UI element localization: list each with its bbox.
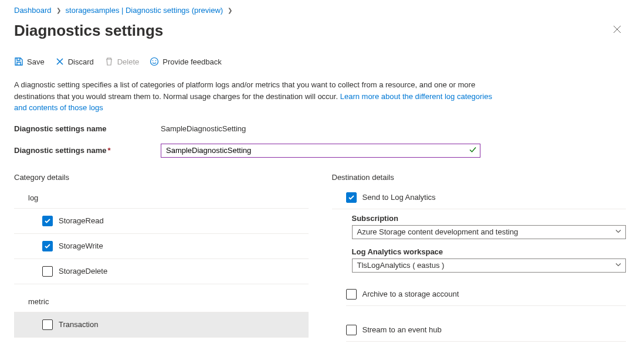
destination-title: Destination details	[332, 173, 627, 182]
svg-point-0	[151, 58, 158, 66]
checkbox-storageread[interactable]	[42, 216, 53, 226]
save-label: Save	[27, 57, 45, 66]
delete-icon	[104, 57, 114, 66]
breadcrumb-dashboard[interactable]: Dashboard	[14, 6, 52, 15]
log-row-storagewrite[interactable]: StorageWrite	[14, 234, 309, 259]
log-label: StorageWrite	[59, 241, 103, 250]
dest-archive[interactable]: Archive to a storage account	[346, 281, 627, 306]
dest-label: Archive to a storage account	[363, 290, 459, 298]
discard-button[interactable]: Discard	[55, 57, 94, 66]
name-readonly-label: Diagnostic settings name	[14, 124, 161, 133]
svg-point-1	[153, 60, 154, 62]
check-icon	[469, 145, 477, 155]
breadcrumb: Dashboard ❯ storagesamples | Diagnostic …	[14, 2, 626, 16]
discard-label: Discard	[68, 57, 94, 66]
save-button[interactable]: Save	[14, 57, 45, 66]
delete-button: Delete	[104, 57, 140, 66]
name-readonly-value: SampleDiagnosticSetting	[161, 124, 246, 133]
feedback-button[interactable]: Provide feedback	[150, 57, 221, 66]
workspace-select[interactable]: TlsLogAnalytics ( eastus )	[352, 258, 627, 273]
svg-point-2	[155, 60, 157, 62]
log-label: StorageDelete	[59, 267, 107, 275]
save-icon	[14, 57, 23, 66]
checkbox-send-log-analytics[interactable]	[346, 192, 357, 203]
close-icon	[613, 25, 621, 33]
toolbar: Save Discard Delete Provide feedback	[14, 57, 626, 71]
feedback-icon	[150, 57, 159, 66]
subscription-value: Azure Storage content development and te…	[357, 227, 519, 236]
dest-send-log-analytics[interactable]: Send to Log Analytics	[332, 189, 627, 209]
name-input[interactable]	[161, 144, 480, 158]
feedback-label: Provide feedback	[162, 57, 221, 66]
log-header: log	[14, 189, 309, 209]
dest-label: Send to Log Analytics	[363, 193, 436, 202]
checkbox-storagedelete[interactable]	[42, 266, 53, 277]
name-input-label: Diagnostic settings name*	[14, 146, 161, 155]
log-label: StorageRead	[59, 216, 104, 225]
close-button[interactable]	[608, 21, 626, 40]
checkbox-stream[interactable]	[346, 325, 357, 335]
chevron-right-icon: ❯	[228, 7, 232, 13]
dest-stream[interactable]: Stream to an event hub	[346, 317, 627, 342]
page-title: Diagnostics settings	[14, 22, 163, 40]
discard-icon	[55, 57, 65, 66]
delete-label: Delete	[117, 57, 140, 66]
checkbox-archive[interactable]	[346, 289, 357, 300]
metric-label: Transaction	[59, 320, 98, 329]
metric-header: metric	[14, 292, 309, 312]
chevron-down-icon	[615, 227, 622, 236]
breadcrumb-diagnostic-settings[interactable]: storagesamples | Diagnostic settings (pr…	[66, 6, 224, 15]
workspace-label: Log Analytics workspace	[352, 247, 627, 256]
chevron-right-icon: ❯	[56, 7, 61, 13]
workspace-value: TlsLogAnalytics ( eastus )	[357, 261, 445, 270]
dest-label: Stream to an event hub	[363, 325, 442, 334]
log-row-storageread[interactable]: StorageRead	[14, 209, 309, 234]
checkbox-transaction[interactable]	[42, 319, 53, 330]
log-row-storagedelete[interactable]: StorageDelete	[14, 259, 309, 284]
category-title: Category details	[14, 173, 309, 182]
description-text: A diagnostic setting specifies a list of…	[14, 79, 507, 114]
chevron-down-icon	[615, 261, 622, 270]
checkbox-storagewrite[interactable]	[42, 241, 53, 251]
subscription-label: Subscription	[352, 214, 627, 223]
metric-row-transaction[interactable]: Transaction	[14, 312, 309, 338]
subscription-select[interactable]: Azure Storage content development and te…	[352, 225, 627, 239]
